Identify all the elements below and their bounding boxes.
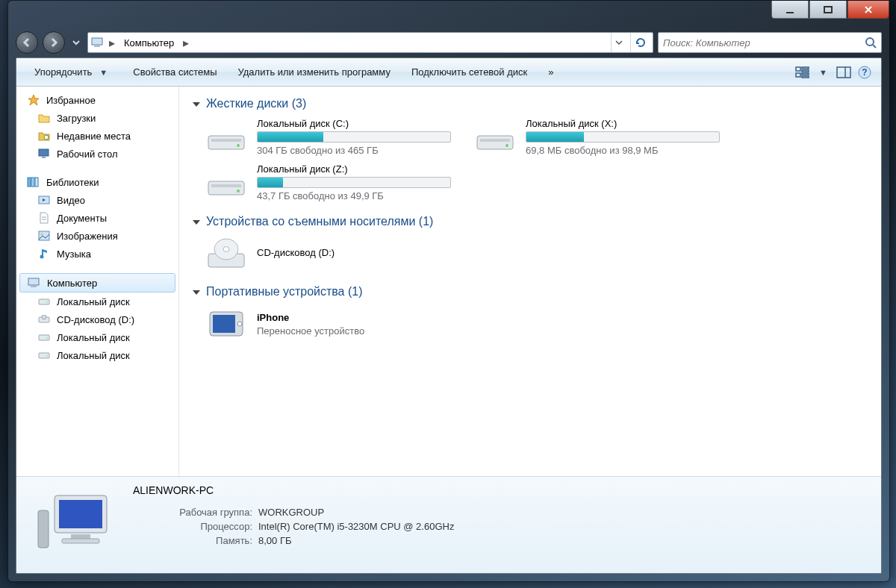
videos-icon <box>37 193 51 207</box>
computer-name: ALIENWORK-PC <box>133 484 869 496</box>
drive-icon <box>37 295 51 308</box>
svg-rect-42 <box>208 136 244 149</box>
sidebar-downloads[interactable]: Загрузки <box>16 109 178 127</box>
details-pane: ALIENWORK-PC Рабочая группа: WORKGROUP П… <box>16 476 881 573</box>
map-network-drive-button[interactable]: Подключить сетевой диск <box>401 58 538 86</box>
svg-point-30 <box>41 234 43 236</box>
help-icon[interactable]: ? <box>856 63 874 81</box>
portable-device-iphone[interactable]: iPhone Переносное устройство <box>205 306 444 342</box>
organize-button[interactable]: Упорядочить ▼ <box>24 58 122 86</box>
usage-bar <box>526 131 720 143</box>
maximize-button[interactable] <box>809 1 847 19</box>
svg-rect-49 <box>211 184 241 187</box>
breadcrumb[interactable]: Компьютер <box>119 37 178 49</box>
svg-rect-40 <box>39 353 49 358</box>
svg-rect-46 <box>480 139 510 142</box>
system-properties-button[interactable]: Свойства системы <box>122 58 227 86</box>
computer-icon <box>28 276 41 290</box>
svg-rect-22 <box>28 178 31 187</box>
group-header-removable[interactable]: Устройства со съемными носителями (1) <box>193 215 868 228</box>
nav-row: ▸ Компьютер ▸ <box>8 28 889 57</box>
sidebar-pictures[interactable]: Изображения <box>16 227 178 245</box>
preview-pane-icon[interactable] <box>835 63 853 81</box>
svg-rect-43 <box>211 139 241 142</box>
usage-bar <box>257 177 451 188</box>
group-header-portable[interactable]: Портативные устройства (1) <box>193 285 868 298</box>
drive-c[interactable]: Локальный диск (C:) 304 ГБ свободно из 4… <box>205 118 444 156</box>
view-options-icon[interactable] <box>794 63 812 81</box>
client-area: Упорядочить ▼ Свойства системы Удалить и… <box>16 57 882 574</box>
sidebar-item-label: Рабочий стол <box>57 148 118 160</box>
svg-rect-33 <box>31 286 37 287</box>
sidebar-favorites[interactable]: Избранное <box>16 91 178 109</box>
drive-x[interactable]: Локальный диск (X:) 69,8 МБ свободно из … <box>473 118 712 156</box>
folder-icon <box>37 111 51 125</box>
sidebar-drive-c[interactable]: Локальный диск <box>16 293 178 310</box>
search-icon <box>865 37 877 49</box>
sidebar-item-label: Недавние места <box>57 131 131 142</box>
svg-rect-1 <box>824 7 832 13</box>
computer-large-icon <box>28 484 118 559</box>
drive-name: Локальный диск (X:) <box>526 118 720 129</box>
svg-marker-18 <box>28 95 39 105</box>
sidebar-drive-x[interactable]: Локальный диск <box>16 328 178 346</box>
group-header-hdd[interactable]: Жесткие диски (3) <box>193 97 868 110</box>
collapse-icon <box>193 102 200 107</box>
sidebar-drive-d[interactable]: CD-дисковод (D:) <box>16 310 178 328</box>
cd-drive[interactable]: CD-дисковод (D:) <box>205 236 444 272</box>
sidebar-desktop[interactable]: Рабочий стол <box>16 145 178 163</box>
sidebar-drive-z[interactable]: Локальный диск <box>16 346 178 364</box>
uninstall-program-button[interactable]: Удалить или изменить программу <box>228 58 401 86</box>
close-button[interactable] <box>847 1 889 19</box>
sidebar-documents[interactable]: Документы <box>16 209 178 227</box>
back-button[interactable] <box>16 31 38 54</box>
svg-point-41 <box>46 355 48 357</box>
desktop-icon <box>37 147 51 160</box>
svg-point-44 <box>237 144 240 147</box>
sidebar-item-label: Музыка <box>57 248 91 260</box>
group-header-label: Устройства со съемными носителями (1) <box>206 215 433 228</box>
star-icon <box>27 93 40 107</box>
svg-rect-59 <box>71 534 90 539</box>
search-input[interactable] <box>663 37 865 49</box>
sidebar-item-label: Избранное <box>46 95 96 106</box>
sidebar-libraries[interactable]: Библиотеки <box>16 173 178 191</box>
minimize-button[interactable] <box>771 1 809 19</box>
svg-rect-38 <box>39 335 49 340</box>
sidebar-item-label: Локальный диск <box>57 332 130 343</box>
chevron-down-icon[interactable]: ▼ <box>815 68 832 77</box>
sidebar-videos[interactable]: Видео <box>16 191 178 209</box>
svg-rect-11 <box>796 73 800 77</box>
svg-point-19 <box>44 135 49 140</box>
sidebar-item-label: Видео <box>57 195 85 206</box>
sidebar: Избранное Загрузки Недавние места Рабочи… <box>16 87 179 476</box>
history-dropdown[interactable] <box>69 32 83 53</box>
refresh-button[interactable] <box>630 33 650 52</box>
svg-rect-12 <box>802 73 809 75</box>
sidebar-item-label: Загрузки <box>57 113 96 124</box>
svg-rect-14 <box>837 67 850 78</box>
drive-z[interactable]: Локальный диск (Z:) 43,7 ГБ свободно из … <box>205 163 444 201</box>
sidebar-item-label: Изображения <box>57 231 118 242</box>
sidebar-music[interactable]: Музыка <box>16 245 178 263</box>
cpu-value: Intel(R) Core(TM) i5-3230M CPU @ 2.60GHz <box>258 521 454 532</box>
sidebar-computer[interactable]: Компьютер <box>19 273 175 293</box>
svg-point-50 <box>237 190 240 193</box>
collapse-icon <box>193 290 200 295</box>
cd-drive-icon <box>37 313 51 326</box>
svg-rect-13 <box>802 76 809 78</box>
svg-point-6 <box>866 38 874 46</box>
svg-rect-9 <box>802 67 809 69</box>
forward-button[interactable] <box>43 31 65 54</box>
sidebar-recent[interactable]: Недавние места <box>16 127 178 145</box>
body: Избранное Загрузки Недавние места Рабочи… <box>16 87 881 476</box>
svg-rect-4 <box>92 38 102 45</box>
toolbar-overflow[interactable]: » <box>538 58 564 86</box>
svg-rect-8 <box>796 67 800 71</box>
sidebar-item-label: Локальный диск <box>57 296 130 307</box>
address-dropdown[interactable] <box>611 33 626 52</box>
address-bar[interactable]: ▸ Компьютер ▸ <box>87 32 653 53</box>
svg-point-39 <box>46 337 48 339</box>
svg-rect-5 <box>94 46 100 47</box>
search-box[interactable] <box>658 32 882 53</box>
